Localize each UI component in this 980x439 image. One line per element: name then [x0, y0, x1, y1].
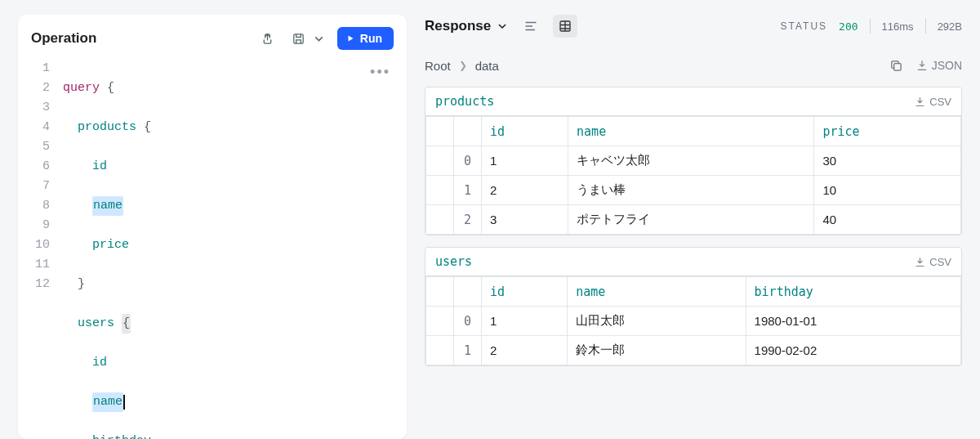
- corner-cell: [426, 117, 454, 146]
- cell[interactable]: ポテトフライ: [568, 205, 814, 235]
- cell[interactable]: 1: [482, 307, 568, 336]
- table-row[interactable]: 23ポテトフライ40: [426, 205, 961, 235]
- app-root: Operation Run •••: [0, 0, 980, 439]
- cell[interactable]: 40: [814, 205, 961, 235]
- operation-card: Operation Run •••: [18, 15, 407, 439]
- section-name: users: [435, 254, 472, 269]
- save-button[interactable]: [287, 26, 311, 51]
- response-panel: Response STATUS 200 116ms 292B Root ❯ da…: [407, 0, 980, 439]
- row-index: 1: [454, 176, 482, 205]
- row-index: 1: [454, 336, 482, 365]
- section-header: productsCSV: [425, 87, 961, 116]
- cell[interactable]: 10: [814, 176, 961, 205]
- view-text-button[interactable]: [519, 15, 543, 38]
- column-header[interactable]: birthday: [746, 277, 960, 307]
- response-title-group[interactable]: Response: [425, 18, 509, 34]
- breadcrumb: Root ❯ data JSON: [425, 54, 962, 77]
- run-button[interactable]: Run: [337, 27, 394, 50]
- view-table-button[interactable]: [553, 15, 577, 38]
- breadcrumb-current: data: [475, 59, 499, 73]
- response-header: Response STATUS 200 116ms 292B: [425, 15, 962, 38]
- cell[interactable]: うまい棒: [568, 176, 814, 205]
- download-icon: [914, 96, 926, 108]
- index-header: [454, 117, 482, 146]
- operation-title: Operation: [31, 30, 249, 47]
- cell[interactable]: 1980-01-01: [746, 307, 960, 336]
- svg-rect-0: [294, 34, 303, 43]
- status-group: STATUS 200 116ms 292B: [781, 19, 962, 34]
- status-code: 200: [839, 20, 858, 33]
- text-lines-icon: [523, 19, 538, 34]
- operation-header: Operation Run: [18, 15, 407, 59]
- row-handle: [426, 336, 454, 365]
- breadcrumb-root[interactable]: Root: [425, 59, 451, 73]
- corner-cell: [426, 277, 454, 307]
- cell[interactable]: 1990-02-02: [746, 336, 960, 365]
- line-gutter: 123456789101112: [18, 59, 63, 439]
- code-body[interactable]: query { products { id name price } users…: [63, 59, 407, 439]
- column-header[interactable]: id: [482, 277, 568, 307]
- save-dropdown[interactable]: [311, 26, 327, 51]
- row-handle: [426, 176, 454, 205]
- run-button-label: Run: [360, 32, 382, 45]
- latency: 116ms: [882, 20, 914, 33]
- response-title: Response: [425, 18, 491, 34]
- cell[interactable]: キャベツ太郎: [568, 146, 814, 176]
- cell[interactable]: 山田太郎: [568, 307, 746, 336]
- csv-label: CSV: [929, 96, 951, 108]
- row-handle: [426, 146, 454, 176]
- column-header[interactable]: name: [568, 117, 814, 146]
- section-header: usersCSV: [425, 248, 961, 276]
- column-header[interactable]: id: [482, 117, 568, 146]
- status-label: STATUS: [781, 20, 828, 32]
- row-handle: [426, 307, 454, 336]
- cell[interactable]: 1: [482, 146, 568, 176]
- download-icon: [914, 256, 926, 268]
- cell[interactable]: 30: [814, 146, 961, 176]
- copy-icon: [889, 59, 903, 73]
- response-size: 292B: [938, 20, 962, 33]
- operation-panel: Operation Run •••: [0, 0, 407, 439]
- cell[interactable]: 2: [482, 336, 568, 365]
- table-row[interactable]: 01キャベツ太郎30: [426, 146, 961, 176]
- row-index: 0: [454, 146, 482, 176]
- data-section-users: usersCSVidnamebirthday01山田太郎1980-01-0112…: [425, 247, 962, 366]
- download-csv-button[interactable]: CSV: [914, 96, 951, 108]
- svg-rect-2: [894, 63, 902, 70]
- code-editor[interactable]: 123456789101112 query { products { id na…: [18, 59, 407, 439]
- section-name: products: [435, 94, 494, 109]
- share-button[interactable]: [256, 26, 280, 51]
- csv-label: CSV: [929, 256, 951, 268]
- data-sections: productsCSVidnameprice01キャベツ太郎3012うまい棒10…: [425, 87, 962, 366]
- column-header[interactable]: price: [814, 117, 961, 146]
- download-csv-button[interactable]: CSV: [914, 256, 951, 268]
- row-index: 2: [454, 205, 482, 235]
- share-icon: [261, 32, 274, 46]
- data-section-products: productsCSVidnameprice01キャベツ太郎3012うまい棒10…: [425, 87, 962, 235]
- save-icon: [292, 32, 305, 46]
- json-label: JSON: [932, 59, 962, 72]
- chevron-down-icon: [312, 32, 326, 46]
- table-row[interactable]: 12鈴木一郎1990-02-02: [426, 336, 961, 365]
- data-table: idnameprice01キャベツ太郎3012うまい棒1023ポテトフライ40: [425, 116, 961, 235]
- cell[interactable]: 3: [482, 205, 568, 235]
- data-table: idnamebirthday01山田太郎1980-01-0112鈴木一郎1990…: [425, 276, 961, 365]
- download-json-button[interactable]: JSON: [915, 59, 962, 72]
- cell[interactable]: 鈴木一郎: [568, 336, 746, 365]
- download-icon: [915, 59, 929, 72]
- table-row[interactable]: 12うまい棒10: [426, 176, 961, 205]
- column-header[interactable]: name: [568, 277, 746, 307]
- copy-button[interactable]: [884, 54, 909, 77]
- play-icon: [345, 34, 355, 43]
- row-index: 0: [454, 307, 482, 336]
- cell[interactable]: 2: [482, 176, 568, 205]
- chevron-down-icon: [496, 20, 509, 33]
- chevron-right-icon: ❯: [459, 60, 467, 71]
- row-handle: [426, 205, 454, 235]
- table-row[interactable]: 01山田太郎1980-01-01: [426, 307, 961, 336]
- table-icon: [558, 19, 572, 34]
- index-header: [454, 277, 482, 307]
